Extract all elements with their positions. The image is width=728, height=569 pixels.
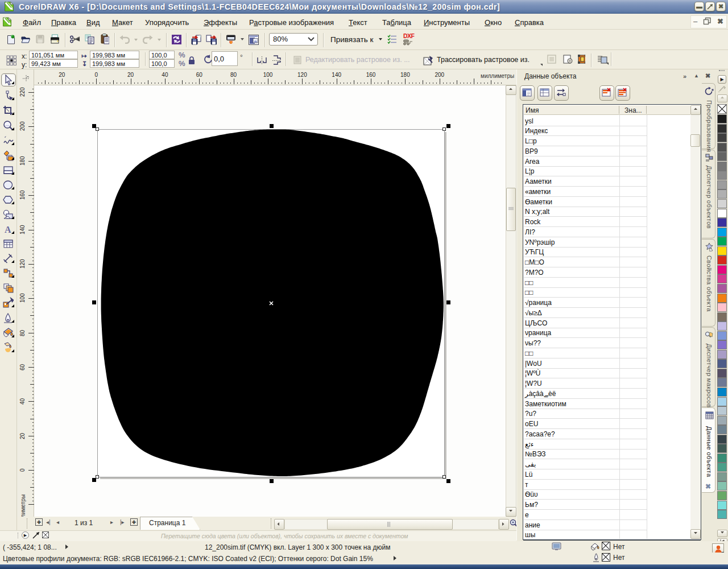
svg-text:A: A bbox=[5, 225, 11, 234]
